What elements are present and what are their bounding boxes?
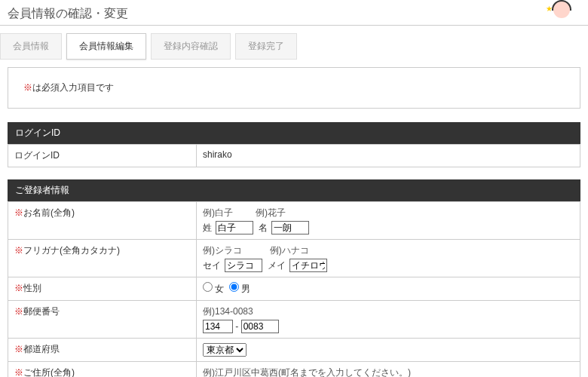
- mascot-icon: ★: [550, 2, 573, 24]
- table-row: ※郵便番号 例)134-0083 -: [8, 301, 580, 339]
- pref-label: 都道府県: [23, 344, 60, 354]
- gender-label: 性別: [23, 283, 41, 293]
- page-title: 会員情報の確認・変更: [8, 6, 580, 22]
- required-mark: ※: [14, 245, 23, 256]
- gender-male-radio[interactable]: [229, 282, 239, 292]
- required-mark: ※: [14, 344, 23, 354]
- kana-ex-mei: 例)ハナコ: [270, 245, 309, 256]
- required-notice: ※は必須入力項目です: [8, 67, 580, 109]
- sei-label: 姓: [203, 222, 212, 233]
- kana-label: フリガナ(全角カタカナ): [23, 245, 120, 256]
- kana-sei-label: セイ: [203, 260, 221, 271]
- required-mark: ※: [14, 367, 23, 377]
- login-table: ログインID shirako: [8, 144, 580, 167]
- mei-label: 名: [259, 222, 268, 233]
- required-mark: ※: [23, 82, 32, 93]
- required-mark: ※: [14, 306, 23, 317]
- name-label: お名前(全角): [23, 207, 75, 218]
- step-nav: 会員情報 会員情報編集 登録内容確認 登録完了: [0, 26, 588, 67]
- kana-sei-input[interactable]: [225, 259, 262, 272]
- registrant-table: ※お名前(全角) 例)白子 例)花子 姓 名 ※フリガナ(全角カタカナ) 例)シ…: [8, 201, 580, 377]
- login-id-value: shirako: [197, 145, 580, 167]
- step-complete[interactable]: 登録完了: [235, 33, 297, 60]
- sei-input[interactable]: [216, 221, 253, 234]
- login-id-label: ログインID: [8, 145, 197, 167]
- name-ex-sei: 例)白子: [203, 207, 233, 218]
- step-confirm[interactable]: 登録内容確認: [151, 33, 231, 60]
- postal2-input[interactable]: [241, 320, 279, 333]
- kana-mei-label: メイ: [268, 260, 286, 271]
- mei-input[interactable]: [271, 221, 309, 234]
- step-member-info[interactable]: 会員情報: [0, 33, 62, 60]
- table-row: ※お名前(全角) 例)白子 例)花子 姓 名: [8, 202, 580, 240]
- required-mark: ※: [14, 207, 23, 218]
- address-ex1: 例)江戸川区中葛西(町名までを入力してください。): [203, 367, 411, 377]
- table-row: ※性別 女 男: [8, 277, 580, 301]
- postal-dash: -: [235, 321, 238, 332]
- table-row: ※フリガナ(全角カタカナ) 例)シラコ 例)ハナコ セイ メイ: [8, 240, 580, 277]
- step-member-edit[interactable]: 会員情報編集: [66, 33, 146, 60]
- login-section-head: ログインID: [8, 122, 580, 144]
- address-label: ご住所(全角): [23, 367, 75, 377]
- postal-example: 例)134-0083: [203, 306, 253, 317]
- table-row: ※都道府県 東京都: [8, 339, 580, 362]
- postal1-input[interactable]: [203, 320, 233, 333]
- required-text: は必須入力項目です: [32, 82, 114, 93]
- kana-ex-sei: 例)シラコ: [203, 245, 242, 256]
- required-mark: ※: [14, 283, 23, 293]
- postal-label: 郵便番号: [23, 306, 60, 317]
- page-header: 会員情報の確認・変更 ★: [0, 0, 588, 26]
- pref-select[interactable]: 東京都: [203, 343, 247, 357]
- kana-mei-input[interactable]: [289, 259, 327, 272]
- table-row: ※ご住所(全角) 例)江戸川区中葛西(町名までを入力してください。) 例)7-5…: [8, 362, 580, 378]
- gender-male-label: 男: [241, 284, 250, 294]
- gender-female-label: 女: [215, 284, 224, 294]
- name-ex-mei: 例)花子: [256, 207, 286, 218]
- registrant-section-head: ご登録者情報: [8, 179, 580, 201]
- gender-female-radio[interactable]: [203, 282, 213, 292]
